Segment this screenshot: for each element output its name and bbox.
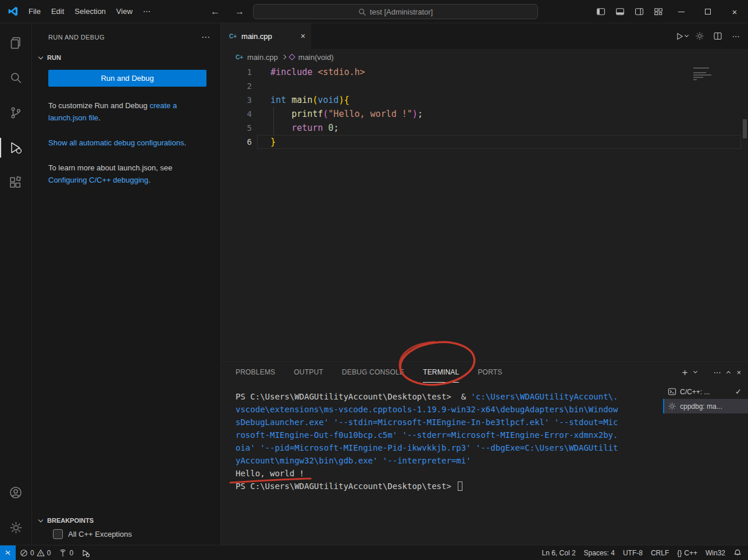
split-editor-button[interactable] bbox=[710, 28, 725, 44]
platform-indicator[interactable]: Win32 bbox=[701, 545, 729, 560]
learn-more-period: . bbox=[148, 176, 151, 184]
command-center-search[interactable]: test [Administrator] bbox=[253, 4, 538, 19]
breadcrumb-symbol[interactable]: main(void) bbox=[298, 53, 334, 62]
split-editor-icon bbox=[713, 31, 722, 41]
notifications-button[interactable] bbox=[729, 545, 746, 560]
code-line-text: return 0; bbox=[252, 121, 339, 135]
menu-view[interactable]: View bbox=[111, 5, 138, 18]
problems-indicator[interactable]: 0 0 bbox=[16, 545, 55, 560]
run-section-header[interactable]: RUN bbox=[32, 42, 220, 61]
activity-explorer[interactable] bbox=[0, 26, 31, 60]
debug-play-icon bbox=[81, 549, 90, 557]
show-configurations-text: Show all automatic debug configurations. bbox=[48, 137, 205, 149]
run-and-debug-icon bbox=[9, 141, 23, 155]
close-window-button[interactable]: × bbox=[721, 0, 748, 23]
code-line[interactable]: 5 return 0; bbox=[221, 121, 748, 135]
chevron-down-icon bbox=[38, 517, 43, 522]
tab-main-cpp[interactable]: C+ main.cpp × bbox=[221, 23, 311, 49]
breadcrumb-file[interactable]: main.cpp bbox=[247, 53, 278, 62]
line-number: 2 bbox=[221, 79, 252, 93]
encoding-indicator[interactable]: UTF-8 bbox=[619, 545, 647, 560]
code-line[interactable]: 2 bbox=[221, 79, 748, 93]
activity-search[interactable] bbox=[0, 60, 31, 95]
activity-run-and-debug[interactable] bbox=[0, 130, 31, 165]
code-line[interactable]: 1 #include <stdio.h> bbox=[221, 65, 748, 79]
toggle-secondary-sidebar-button[interactable] bbox=[629, 0, 649, 23]
minimap-line bbox=[693, 74, 711, 76]
breadcrumb: C+ main.cpp main(void) bbox=[221, 49, 748, 65]
line-number: 4 bbox=[221, 107, 252, 121]
editor-more-button[interactable]: ⋯ bbox=[728, 28, 743, 44]
terminal[interactable]: PS C:\Users\WDAGUtilityAccount\Desktop\t… bbox=[221, 383, 663, 545]
warning-icon bbox=[37, 549, 45, 557]
new-terminal-button[interactable]: + bbox=[682, 368, 688, 377]
layout-grid-icon bbox=[654, 7, 663, 16]
panel-tabbar: PROBLEMS OUTPUT DEBUG CONSOLE TERMINAL P… bbox=[221, 362, 748, 383]
language-indicator[interactable]: {} C++ bbox=[673, 545, 701, 560]
show-debug-configurations-link[interactable]: Show all automatic debug configurations bbox=[48, 138, 184, 147]
terminal-sessions-list: C/C++: ... ✓ cppdbg: ma... bbox=[663, 383, 748, 545]
editor-settings-button[interactable] bbox=[692, 28, 707, 44]
minimap[interactable] bbox=[693, 67, 714, 81]
debug-status-button[interactable] bbox=[77, 545, 94, 560]
session-label: C/C++: ... bbox=[680, 388, 710, 396]
toggle-panel-button[interactable] bbox=[610, 0, 629, 23]
maximize-button[interactable] bbox=[694, 0, 721, 23]
configuring-cpp-debugging-link[interactable]: Configuring C/C++ debugging bbox=[48, 176, 148, 184]
braces-icon: {} bbox=[677, 549, 682, 557]
run-or-debug-button[interactable] bbox=[674, 28, 689, 44]
toggle-primary-sidebar-button[interactable] bbox=[591, 0, 610, 23]
terminal-line: rosoft-MIEngine-Out-f0u10bcp.c5m' '--std… bbox=[236, 429, 663, 441]
sidebar-title: RUN AND DEBUG bbox=[48, 34, 201, 41]
history-navigation: ← → bbox=[211, 6, 244, 17]
breakpoints-section-header[interactable]: BREAKPOINTS bbox=[32, 513, 220, 524]
activity-extensions[interactable] bbox=[0, 165, 31, 200]
customize-layout-button[interactable] bbox=[649, 0, 668, 23]
search-icon bbox=[9, 71, 23, 85]
sidebar-more-button[interactable]: ⋯ bbox=[201, 32, 210, 42]
bell-icon bbox=[733, 549, 742, 557]
remote-icon bbox=[4, 549, 12, 557]
panel-tab-output[interactable]: OUTPUT bbox=[294, 362, 323, 383]
session-item-cpp[interactable]: C/C++: ... ✓ bbox=[663, 384, 748, 399]
menu-more-button[interactable]: ⋯ bbox=[138, 5, 156, 18]
indentation-indicator[interactable]: Spaces: 4 bbox=[580, 545, 619, 560]
menu-file[interactable]: File bbox=[23, 5, 46, 18]
remote-indicator[interactable] bbox=[0, 545, 16, 560]
panel-more-button[interactable]: ⋯ bbox=[713, 368, 721, 377]
accounts-button[interactable] bbox=[0, 475, 31, 510]
manage-settings-button[interactable] bbox=[0, 510, 31, 545]
nav-forward-button[interactable]: → bbox=[235, 6, 244, 17]
ports-count: 0 bbox=[69, 549, 73, 557]
editor-scrollbar[interactable] bbox=[743, 119, 747, 138]
panel-tab-ports[interactable]: PORTS bbox=[478, 362, 502, 383]
symbol-method-icon bbox=[288, 53, 295, 60]
code-line[interactable]: 3 int main(void){ bbox=[221, 93, 748, 107]
line-number: 1 bbox=[221, 65, 252, 79]
run-and-debug-button[interactable]: Run and Debug bbox=[48, 70, 206, 87]
terminal-dropdown-button[interactable] bbox=[693, 369, 697, 373]
tab-close-button[interactable]: × bbox=[301, 31, 305, 41]
breakpoints-section-label: BREAKPOINTS bbox=[47, 517, 94, 524]
panel-tab-terminal[interactable]: TERMINAL bbox=[423, 362, 459, 383]
code-line[interactable]: 6 } bbox=[221, 135, 748, 149]
menu-edit[interactable]: Edit bbox=[46, 5, 69, 18]
all-cpp-exceptions-checkbox[interactable] bbox=[53, 529, 63, 539]
menu-selection[interactable]: Selection bbox=[69, 5, 111, 18]
panel-tab-problems[interactable]: PROBLEMS bbox=[236, 362, 275, 383]
code-line-text: int main(void){ bbox=[252, 93, 349, 107]
minimap-line bbox=[693, 79, 697, 80]
activity-source-control[interactable] bbox=[0, 95, 31, 130]
panel-tab-debug-console[interactable]: DEBUG CONSOLE bbox=[342, 362, 404, 383]
line-col-indicator[interactable]: Ln 6, Col 2 bbox=[538, 545, 580, 560]
gear-icon bbox=[9, 521, 23, 534]
minimize-button[interactable] bbox=[668, 0, 694, 23]
panel-close-button[interactable]: × bbox=[736, 368, 741, 377]
nav-back-button[interactable]: ← bbox=[211, 6, 220, 17]
code-line[interactable]: 4 printf("Hello, world !"); bbox=[221, 107, 748, 121]
panel-maximize-button[interactable] bbox=[726, 371, 731, 375]
eol-indicator[interactable]: CRLF bbox=[647, 545, 673, 560]
session-item-cppdbg[interactable]: cppdbg: ma... bbox=[663, 399, 748, 413]
code-editor[interactable]: 1 #include <stdio.h> 2 3 int main(void){… bbox=[221, 65, 748, 361]
ports-indicator[interactable]: 0 bbox=[55, 545, 77, 560]
